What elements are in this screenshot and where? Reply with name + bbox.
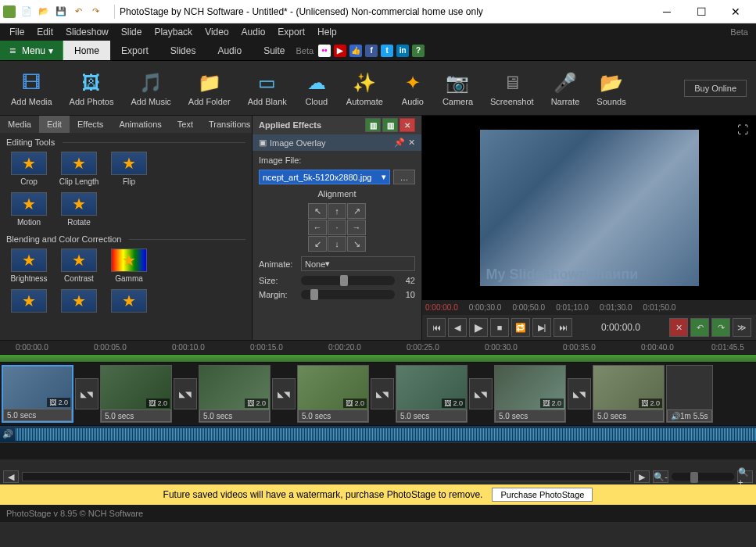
align-bottom-right[interactable]: ↘ [347,236,366,252]
clip-7[interactable]: 🖼 2.05.0 secs [593,365,665,423]
sounds-button[interactable]: 📂Sounds [589,63,633,113]
twitter-icon[interactable]: t [381,45,393,57]
subtab-media[interactable]: Media [0,116,39,133]
fullscreen-icon[interactable]: ⛶ [737,123,748,136]
tab-suite[interactable]: Suite [253,41,296,60]
size-slider[interactable] [301,276,395,285]
next-frame-button[interactable]: ▶| [532,318,551,337]
image-overlay-section[interactable]: ▣ Image Overlay 📌 ✕ [253,134,421,151]
play-button[interactable]: ▶ [469,318,488,337]
brightness-effect[interactable]: ★Brightness [6,248,52,283]
align-top[interactable]: ↑ [328,203,346,219]
zoom-out-icon[interactable]: 🔍- [653,470,668,483]
crop-effect[interactable]: ★Crop [6,152,52,186]
effect-row2-1[interactable]: ★ [6,289,52,313]
effects-btn1-icon[interactable]: ▥ [365,118,381,132]
menu-export[interactable]: Export [271,24,311,40]
empty-track[interactable] [0,442,756,459]
audio-button[interactable]: ✦Audio [392,63,433,113]
subtab-text[interactable]: Text [170,116,201,133]
clip-length-effect[interactable]: ★Clip Length [56,152,102,186]
align-top-left[interactable]: ↖ [308,203,327,219]
pin-icon[interactable]: 📌 [394,138,405,148]
transition-3[interactable]: ◣◥ [272,378,296,409]
transition-1[interactable]: ◣◥ [75,378,99,409]
contrast-effect[interactable]: ★Contrast [56,248,102,283]
goto-end-button[interactable]: ⏭ [554,318,572,337]
close-button[interactable]: ✕ [718,1,753,23]
facebook-icon[interactable]: f [365,45,378,57]
transition-4[interactable]: ◣◥ [371,378,394,409]
audio-track[interactable]: 🔊 [0,425,756,442]
add-music-button[interactable]: 🎵Add Music [123,63,178,113]
animate-dropdown[interactable]: None ▾ [301,256,415,271]
motion-effect[interactable]: ★Motion [6,192,52,227]
redo2-button[interactable]: ↷ [711,318,730,337]
align-center[interactable]: · [328,220,346,235]
buy-online-button[interactable]: Buy Online [684,80,747,97]
subtab-effects[interactable]: Effects [70,116,111,133]
thumbsup-icon[interactable]: 👍 [349,45,362,57]
maximize-button[interactable]: ☐ [684,1,718,23]
qat-undo-icon[interactable]: ↶ [70,4,86,20]
purchase-button[interactable]: Purchase PhotoStage [492,488,593,502]
qat-save-icon[interactable]: 💾 [53,4,69,20]
screenshot-button[interactable]: 🖥Screenshot [482,63,542,113]
add-folder-button[interactable]: 📁Add Folder [181,63,238,113]
tab-slides[interactable]: Slides [159,41,207,60]
menu-help[interactable]: Help [311,24,343,40]
transition-5[interactable]: ◣◥ [469,378,493,409]
narrate-button[interactable]: 🎤Narrate [543,63,588,113]
effect-row2-3[interactable]: ★ [106,289,152,313]
camera-button[interactable]: 📷Camera [435,63,481,113]
scroll-left-icon[interactable]: ◀ [3,470,19,483]
qat-new-icon[interactable]: 📄 [19,4,34,20]
automate-button[interactable]: ✨Automate [339,63,391,113]
align-bottom-left[interactable]: ↙ [308,236,327,252]
clip-5[interactable]: 🖼 2.05.0 secs [396,365,468,423]
stop-button[interactable]: ■ [490,318,509,337]
cloud-button[interactable]: ☁Cloud [296,63,337,113]
gamma-effect[interactable]: ★Gamma [106,248,152,283]
tab-home[interactable]: Home [63,41,110,60]
transition-6[interactable]: ◣◥ [568,378,591,409]
rotate-effect[interactable]: ★Rotate [56,192,102,227]
record-button[interactable]: ✕ [669,318,688,337]
add-photos-button[interactable]: 🖼Add Photos [62,63,122,113]
transition-2[interactable]: ◣◥ [174,378,197,409]
goto-start-button[interactable]: ⏮ [427,318,446,337]
tab-audio[interactable]: Audio [206,41,253,60]
qat-open-icon[interactable]: 📂 [36,4,52,20]
main-menu-button[interactable]: Menu ▾ [0,41,63,60]
clip-1[interactable]: 🖼 2.05.0 secs [2,365,73,423]
menu-audio[interactable]: Audio [235,24,272,40]
prev-frame-button[interactable]: ◀ [448,318,467,337]
margin-slider[interactable] [301,290,395,299]
subtab-edit[interactable]: Edit [39,116,70,133]
help-icon[interactable]: ? [412,45,425,57]
add-blank-button[interactable]: ▭Add Blank [240,63,295,113]
image-file-dropdown[interactable]: ncept_art_5k-5120x2880.jpg ▾ [259,170,390,184]
subtab-animations[interactable]: Animations [111,116,169,133]
align-bottom[interactable]: ↓ [328,236,346,252]
horizontal-scrollbar[interactable] [22,472,631,481]
menu-video[interactable]: Video [199,24,235,40]
minimize-button[interactable]: ─ [650,1,684,23]
clip-6[interactable]: 🖼 2.05.0 secs [494,365,566,423]
audio-clip[interactable]: 🔊 1m 5.5s [666,365,713,423]
menu-playback[interactable]: Playback [148,24,199,40]
youtube-icon[interactable]: ▶ [334,45,346,57]
browse-button[interactable]: … [393,170,415,184]
align-right[interactable]: → [347,220,366,235]
menu-slide[interactable]: Slide [115,24,149,40]
qat-redo-icon[interactable]: ↷ [88,4,103,20]
clip-2[interactable]: 🖼 2.05.0 secs [100,365,172,423]
clip-3[interactable]: 🖼 2.05.0 secs [199,365,271,423]
more-button[interactable]: ≫ [733,318,751,337]
tab-export[interactable]: Export [110,41,159,60]
video-track[interactable]: 🖼 2.05.0 secs ◣◥ 🖼 2.05.0 secs ◣◥ 🖼 2.05… [0,363,756,425]
subtab-transitions[interactable]: Transitions [201,116,258,133]
zoom-slider[interactable] [672,473,734,481]
section-close-icon[interactable]: ✕ [408,138,415,148]
linkedin-icon[interactable]: in [396,45,409,57]
